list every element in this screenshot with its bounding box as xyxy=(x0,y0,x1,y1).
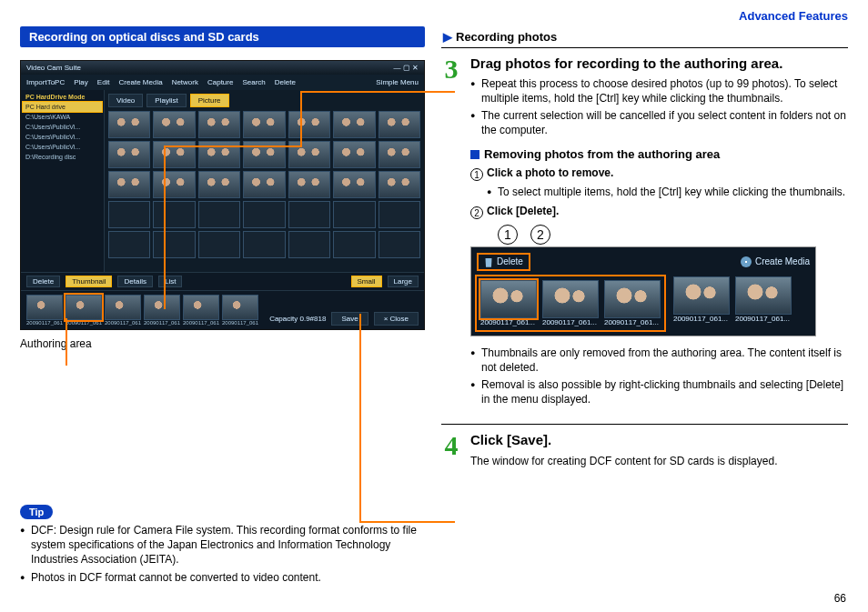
tab-video[interactable]: Video xyxy=(108,94,143,107)
auth-thumb[interactable]: 20090117_061... xyxy=(144,295,180,326)
app-title: Video Cam Suite xyxy=(26,64,81,72)
callout-circle-2: 2 xyxy=(530,225,550,245)
sidebar-item[interactable]: PC Hard drive xyxy=(23,102,102,112)
thumbnail[interactable] xyxy=(153,171,195,198)
thumbnail[interactable] xyxy=(153,111,195,138)
after-bullet: Removal is also possible by right-clicki… xyxy=(470,377,848,406)
window-controls: — ▢ ✕ xyxy=(394,64,419,72)
thumbnail-empty xyxy=(153,201,195,228)
inset-thumb[interactable]: 20090117_061... xyxy=(542,280,599,326)
tip-bullet: Photos in DCF format cannot be converted… xyxy=(20,570,425,585)
thumbnail[interactable] xyxy=(108,111,150,138)
substep-1-marker: 1 xyxy=(470,168,483,181)
thumbnail[interactable] xyxy=(108,171,150,198)
save-button[interactable]: Save xyxy=(331,312,368,326)
btn-details-view[interactable]: Details xyxy=(117,276,152,287)
thumbnail[interactable] xyxy=(378,111,420,138)
thumbnail-empty xyxy=(198,201,240,228)
toolbar-edit[interactable]: Edit xyxy=(97,78,110,86)
thumbnail[interactable] xyxy=(198,171,240,198)
authoring-strip: 20090117_061... 20090117_061... 20090117… xyxy=(21,290,424,329)
thumbnail[interactable] xyxy=(333,111,375,138)
thumbnail-empty xyxy=(108,201,150,228)
substep-2-marker: 2 xyxy=(470,206,483,219)
thumbnail[interactable] xyxy=(288,111,330,138)
triangle-icon: ▶ xyxy=(443,30,452,44)
sidebar-item[interactable]: D:\Recording disc xyxy=(23,152,102,162)
trash-icon xyxy=(484,256,493,267)
inset-thumb[interactable]: 20090117_061... xyxy=(604,280,661,326)
page-number: 66 xyxy=(834,592,846,605)
inset-thumb[interactable]: 20090117_061... xyxy=(735,276,792,323)
auth-thumb[interactable]: 20090117_061... xyxy=(183,295,219,326)
btn-size-small[interactable]: Small xyxy=(351,276,382,287)
settings-mode[interactable]: Simple Menu xyxy=(376,78,419,86)
step-number-3: 3 xyxy=(441,55,461,409)
btn-size-large[interactable]: Large xyxy=(388,276,419,287)
step3-title: Drag photos for recording to the authori… xyxy=(470,55,848,73)
thumbnail-grid xyxy=(108,111,420,258)
thumbnail-empty xyxy=(243,201,285,228)
annotation-line xyxy=(66,318,67,366)
header-section-link[interactable]: Advanced Features xyxy=(20,9,848,23)
inset-thumb-selected[interactable]: 20090117_061... xyxy=(480,280,537,326)
thumbnail-empty xyxy=(288,201,330,228)
btn-list-view[interactable]: List xyxy=(158,276,182,287)
sidebar-item[interactable]: C:\Users\PublicVi... xyxy=(23,142,102,152)
toolbar-create-media[interactable]: Create Media xyxy=(119,78,163,86)
divider xyxy=(441,424,848,425)
sidebar-item[interactable]: C:\Users\KAWA xyxy=(23,112,102,122)
toolbar-capture[interactable]: Capture xyxy=(207,78,233,86)
substep-1-label: Click a photo to remove. xyxy=(487,166,613,179)
thumbnail-empty xyxy=(378,201,420,228)
thumbnail[interactable] xyxy=(198,111,240,138)
toolbar-import[interactable]: ImportToPC xyxy=(26,78,65,86)
close-button[interactable]: × Close xyxy=(374,312,419,326)
auth-thumb[interactable]: 20090117_061... xyxy=(105,295,141,326)
tip-badge: Tip xyxy=(20,505,53,519)
auth-thumb[interactable]: 20090117_061... xyxy=(222,295,258,326)
toolbar-network[interactable]: Network xyxy=(172,78,198,86)
sidebar-header: PC HardDrive Mode xyxy=(23,92,102,102)
toolbar-play[interactable]: Play xyxy=(74,78,88,86)
annotation-line xyxy=(164,145,300,147)
inset-create-media[interactable]: Create Media xyxy=(741,256,810,267)
annotation-line xyxy=(359,314,361,523)
thumbnail[interactable] xyxy=(333,171,375,198)
annotation-line xyxy=(300,91,455,93)
thumbnail[interactable] xyxy=(378,141,420,168)
after-bullet: Thumbnails are only removed from the aut… xyxy=(470,346,848,375)
thumbnail[interactable] xyxy=(288,171,330,198)
inset-screenshot: Delete Create Media 20090117_061... 2009… xyxy=(470,246,816,336)
annotation-line xyxy=(300,91,302,147)
step-number-4: 4 xyxy=(441,432,461,467)
inset-thumb[interactable]: 20090117_061... xyxy=(673,276,730,323)
substep-2-label: Click [Delete]. xyxy=(487,205,559,217)
toolbar-delete[interactable]: Delete xyxy=(275,78,296,86)
app-sidebar: PC HardDrive Mode PC Hard drive C:\Users… xyxy=(21,90,105,272)
blue-square-icon xyxy=(470,150,479,159)
authoring-area-label: Authoring area xyxy=(20,337,425,350)
step3-bullet: The current selection will be cancelled … xyxy=(470,108,848,137)
toolbar-search[interactable]: Search xyxy=(242,78,265,86)
btn-thumbnail-view[interactable]: Thumbnail xyxy=(66,276,112,287)
thumbnail[interactable] xyxy=(243,171,285,198)
sidebar-item[interactable]: C:\Users\PublicVi... xyxy=(23,132,102,142)
auth-thumb[interactable]: 20090117_061... xyxy=(26,295,63,326)
thumbnail-empty xyxy=(198,231,240,258)
sidebar-item[interactable]: C:\Users\PublicVi... xyxy=(23,122,102,132)
tab-playlist[interactable]: Playlist xyxy=(146,94,186,107)
thumbnail[interactable] xyxy=(243,111,285,138)
tip-bullet: DCF: Design rule for Camera File system.… xyxy=(20,523,425,567)
auth-thumb-selected[interactable]: 20090117_061... xyxy=(66,295,102,326)
thumbnail-empty xyxy=(108,231,150,258)
inset-delete-button[interactable]: Delete xyxy=(477,253,530,271)
thumbnail[interactable] xyxy=(108,141,150,168)
btn-delete[interactable]: Delete xyxy=(26,276,60,287)
tab-picture[interactable]: Picture xyxy=(190,94,229,107)
app-toolbar: ImportToPC Play Edit Create Media Networ… xyxy=(21,75,424,90)
thumbnail[interactable] xyxy=(378,171,420,198)
thumbnail[interactable] xyxy=(333,141,375,168)
callout-circle-1: 1 xyxy=(498,225,518,245)
removing-heading: Removing photos from the authoring area xyxy=(470,147,848,161)
